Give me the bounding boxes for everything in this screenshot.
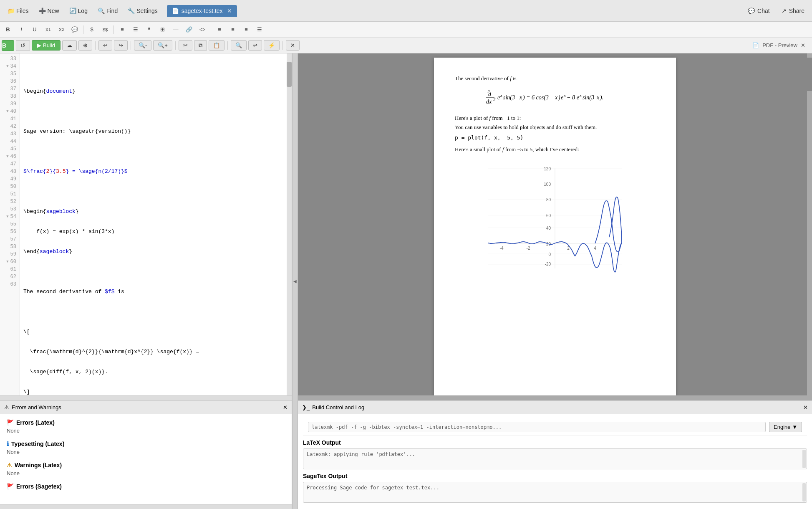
line-46: ▼46 [0,153,20,160]
display-math-button[interactable]: $$ [99,24,111,35]
find-button[interactable]: 🔍 Find [93,5,122,17]
sitemap-button[interactable]: ⊕ [78,40,92,51]
chat-button[interactable]: 💬 Chat [744,5,774,17]
pdf-hscrollbar[interactable] [298,395,807,400]
latex-output-text: Latexmk: applying rule 'pdflatex'... [307,451,415,457]
panel-collapse-handle[interactable]: ◀ [292,53,298,509]
svg-text:x: x [579,93,582,98]
align-center-button[interactable]: ≡ [227,24,239,35]
settings-label: Settings [136,8,158,14]
underline-button[interactable]: U [28,24,41,35]
preview-button[interactable]: ☁ [62,40,77,51]
tab-close-button[interactable]: ✕ [227,8,232,14]
sagetex-output-scrollbar[interactable] [802,483,806,501]
inline-math-button[interactable]: $ [86,24,98,35]
pdf-formula: d 2 dx 2 e x sin(3 x ) = 6 cos(3 x ) [472,87,655,110]
undo-button[interactable]: ↩ [98,40,112,51]
comment-button[interactable]: 💬 [68,24,81,35]
replace-button[interactable]: ⇌ [248,40,262,51]
toolbar-separator-2 [113,25,114,34]
build-command-input[interactable] [308,422,766,432]
line-63: 63 [0,281,20,288]
timer-button[interactable]: ↺ [16,40,30,51]
zoom-out-button[interactable]: 🔍- [134,40,151,51]
bullet-list-button[interactable]: ≡ [116,24,129,35]
right-panel: The second derivative of f is d 2 dx 2 e… [298,53,812,509]
svg-text:x: x [563,93,566,98]
plot-chart-svg: 120 100 80 60 40 20 0 -20 -4 -2 [480,160,630,277]
svg-text:100: 100 [544,182,551,187]
code-line-48: \sage{diff(f, x, 2)(x)}. [23,368,283,376]
blockquote-button[interactable]: ❝ [143,24,155,35]
numbered-list-button[interactable]: ☰ [129,24,142,35]
bold-button[interactable]: B [2,24,14,35]
line-50: 50 [0,183,20,190]
search-button[interactable]: 🔍 [231,40,247,51]
settings-icon: 🔧 [128,8,135,14]
top-navigation: 📁 Files ➕ New 🔄 Log 🔍 Find 🔧 Settings 📄 … [0,0,812,22]
build-button[interactable]: ▶ Build [32,40,61,51]
code-line-34: \begin{document} [23,88,283,95]
italic-button[interactable]: I [15,24,28,35]
pdf-scrollbar-thumb[interactable] [807,58,812,91]
superscript-button[interactable]: X2 [55,24,68,35]
hr-button[interactable]: — [169,24,182,35]
code-line-49: \] [23,388,283,395]
pdf-page: The second derivative of f is d 2 dx 2 e… [434,58,676,396]
code-button[interactable]: <> [196,24,209,35]
play-icon: ▶ [37,42,41,48]
svg-text:x: x [500,93,502,98]
pdf-scrollbar[interactable] [807,53,812,400]
build-log-label: Build Control and Log [312,404,364,410]
warnings-section: ⚠ Warnings (Latex) None [7,462,285,476]
code-line-33 [23,68,283,75]
align-left-button[interactable]: ≡ [213,24,226,35]
line-40: ▼40 [0,108,20,115]
engine-dropdown[interactable]: Engine ▼ [769,422,802,432]
line-60: ▼60 [0,258,20,266]
build-log-close[interactable]: ✕ [803,404,808,410]
line-39: 39 [0,100,20,108]
svg-text:e: e [497,94,500,101]
info-icon: ℹ [7,441,9,447]
copy-button[interactable]: ⧉ [194,40,207,51]
error-content: 🚩 Errors (Latex) None ℹ Typesetting (Lat… [0,414,292,504]
error-panel-scrollbar[interactable] [0,504,292,509]
latex-output-scrollbar[interactable] [802,450,806,468]
editor-scrollbar[interactable] [287,53,292,395]
chat-icon: 💬 [748,8,755,14]
justify-button[interactable]: ☰ [253,24,266,35]
svg-text:2: 2 [493,97,496,102]
paste-button[interactable]: 📋 [209,40,224,51]
line-41: 41 [0,115,20,123]
find-icon: 🔍 [98,8,105,14]
svg-text:-4: -4 [500,246,504,251]
error-panel-close[interactable]: ✕ [283,404,287,410]
align-right-button[interactable]: ≡ [240,24,252,35]
editor-hscrollbar[interactable] [0,395,292,400]
format-toolbar: B I U X1 X2 💬 $ $$ ≡ ☰ ❝ ⊞ — 🔗 <> ≡ ≡ ≡ … [0,22,812,38]
svg-text:4: 4 [594,246,596,251]
settings-button[interactable]: 🔧 Settings [124,5,162,17]
share-button[interactable]: ↗ Share [777,5,809,17]
latex-errors-title: 🚩 Errors (Latex) [7,419,285,426]
subscript-button[interactable]: X1 [42,24,54,35]
save-indicator[interactable]: B [2,40,14,51]
pdf-close-button[interactable]: ✕ [801,42,805,48]
new-button[interactable]: ➕ New [35,5,63,17]
log-button[interactable]: 🔄 Log [65,5,92,17]
active-tab[interactable]: 📄 sagetex-test.tex ✕ [167,5,237,17]
code-editor[interactable]: 33 ▼34 35 36 37 38 39 ▼40 41 42 43 44 45… [0,53,292,395]
zoom-in-button[interactable]: 🔍+ [153,40,172,51]
files-menu[interactable]: 📁 Files [3,5,33,17]
close-editor-button[interactable]: ✕ [286,40,300,51]
svg-text:) = 6 cos(3: ) = 6 cos(3 [522,94,549,101]
code-content[interactable]: \begin{document} Sage version: \sagestr{… [20,53,287,395]
latex-output-title: LaTeX Output [303,439,807,446]
redo-button[interactable]: ↪ [114,40,128,51]
link-button[interactable]: 🔗 [183,24,195,35]
line-49: 49 [0,175,20,183]
table-button[interactable]: ⊞ [156,24,169,35]
flash-button[interactable]: ⚡ [264,40,280,51]
scissors-button[interactable]: ✂ [179,40,192,51]
